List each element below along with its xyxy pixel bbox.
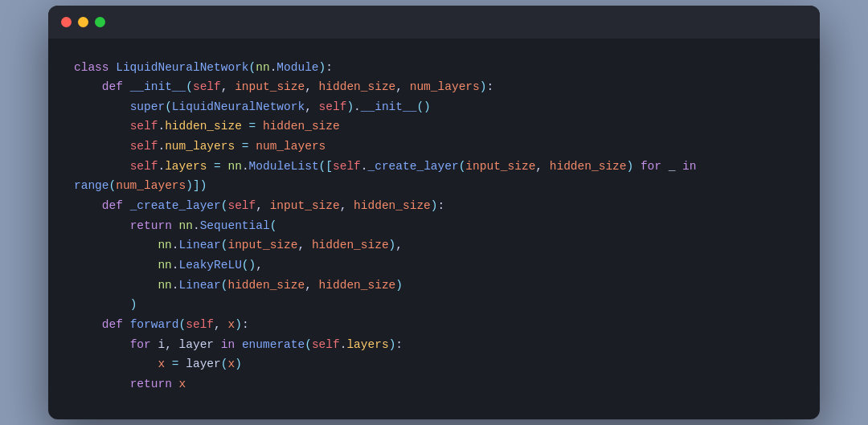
code-window: class LiquidNeuralNetwork(nn.Module): de…: [48, 6, 820, 420]
minimize-button[interactable]: [78, 17, 88, 27]
maximize-button[interactable]: [95, 17, 105, 27]
code-editor: class LiquidNeuralNetwork(nn.Module): de…: [48, 39, 820, 420]
close-button[interactable]: [61, 17, 72, 27]
titlebar: [48, 6, 820, 39]
